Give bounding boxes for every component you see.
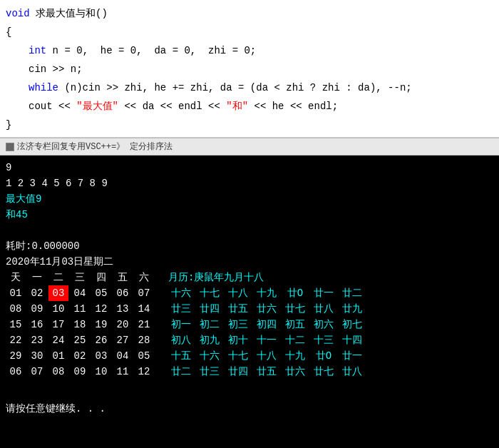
cal-cell-0-5: 06 <box>113 285 133 301</box>
cal-row-1: 08 09 10 11 12 13 14 <box>6 301 154 317</box>
term-sum: 和45 <box>6 207 493 223</box>
cal-cell-0-2: 03 <box>48 285 68 301</box>
lunar-row-4: 十五 十六 十七 十八 十九 廿O 廿一 <box>168 348 365 364</box>
keyword-void: void <box>6 4 30 23</box>
lunar-row-5: 廿二 廿三 廿四 廿五 廿六 廿七 廿八 <box>168 364 365 380</box>
code-line-4: while (n)cin >> zhi, he += zhi, da = (da… <box>0 78 499 97</box>
lunar-row-0: 十六 十七 十八 十九 廿O 廿一 廿二 <box>168 285 365 301</box>
code-line-0: void 求最大值与和() <box>0 4 499 23</box>
cal-hdr-2: 二 <box>48 270 68 285</box>
term-output-9: 9 <box>6 160 493 175</box>
code-line-3: cin >> n; <box>0 60 499 78</box>
code-line-5: cout << "最大值" << da << endl << "和" << he… <box>0 97 499 116</box>
toolbar-label: 泫济专栏回复专用VSC++=》 定分排序法 <box>17 141 173 153</box>
lunar-row-1: 廿三 廿四 廿五 廿六 廿七 廿八 廿九 <box>168 301 365 317</box>
code-section: void 求最大值与和() { int n = 0, he = 0, da = … <box>0 0 499 138</box>
cal-cell-0-4: 05 <box>91 285 111 301</box>
keyword-int: int <box>29 41 46 60</box>
lunar-header: 月历:庚鼠年九月十八 <box>168 270 365 285</box>
terminal: 9 1 2 3 4 5 6 7 8 9 最大值9 和45 耗时:0.000000… <box>0 156 499 448</box>
keyword-while: while <box>29 78 58 97</box>
term-time: 耗时:0.000000 <box>6 238 493 254</box>
lunar-row-3: 初八 初九 初十 十一 十二 十三 十四 <box>168 332 365 348</box>
cal-hdr-1: 一 <box>27 270 47 285</box>
lunar-calendar: 月历:庚鼠年九月十八 十六 十七 十八 十九 廿O 廿一 廿二 廿三 廿四 廿五… <box>168 270 365 380</box>
cal-hdr-6: 六 <box>134 270 154 285</box>
cal-header-row: 天 一 二 三 四 五 六 <box>6 270 154 285</box>
term-footer: 请按任意键继续. . . <box>6 401 493 417</box>
cal-cell-0-3: 04 <box>70 285 90 301</box>
term-date: 2020年11月03日星期二 <box>6 254 493 270</box>
term-blank2 <box>6 385 493 401</box>
gregorian-calendar: 天 一 二 三 四 五 六 01 02 03 04 05 06 07 08 <box>6 270 154 380</box>
calendar-section: 天 一 二 三 四 五 六 01 02 03 04 05 06 07 08 <box>6 270 493 380</box>
cal-row-4: 29 30 01 02 03 04 05 <box>6 348 154 364</box>
cal-cell-0-1: 02 <box>27 285 47 301</box>
cal-row-2: 15 16 17 18 19 20 21 <box>6 317 154 332</box>
cal-row-3: 22 23 24 25 26 27 28 <box>6 332 154 348</box>
term-blank <box>6 223 493 238</box>
cal-row-0: 01 02 03 04 05 06 07 <box>6 285 154 301</box>
toolbar-icon <box>6 143 14 151</box>
cal-row-5: 06 07 08 09 10 11 12 <box>6 364 154 380</box>
cal-cell-0-6: 07 <box>134 285 154 301</box>
cal-hdr-5: 五 <box>113 270 133 285</box>
code-line-6: } <box>0 116 499 134</box>
cal-hdr-4: 四 <box>91 270 111 285</box>
code-line-1: { <box>0 23 499 41</box>
term-max: 最大值9 <box>6 191 493 207</box>
cal-hdr-3: 三 <box>70 270 90 285</box>
code-line-2: int n = 0, he = 0, da = 0, zhi = 0; <box>0 41 499 60</box>
term-output-nums: 1 2 3 4 5 6 7 8 9 <box>6 175 493 191</box>
toolbar: 泫济专栏回复专用VSC++=》 定分排序法 <box>0 138 499 156</box>
cal-hdr-0: 天 <box>6 270 26 285</box>
cal-cell-0-0: 01 <box>6 285 26 301</box>
lunar-row-2: 初一 初二 初三 初四 初五 初六 初七 <box>168 317 365 332</box>
